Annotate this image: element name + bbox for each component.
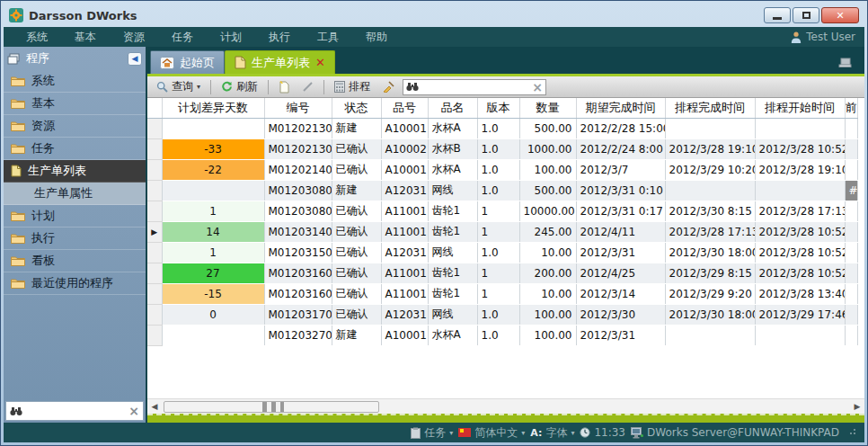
maximize-button[interactable] [793,7,819,23]
table-row[interactable]: 1M012031501已确认A12031网线1.010.002012/3/312… [147,242,857,263]
cell-qty[interactable]: 500.00 [519,118,576,138]
cell-item[interactable]: A12031 [381,242,428,263]
cell-due[interactable]: 2012/3/7 [576,159,665,180]
row-indicator[interactable] [147,118,162,138]
refresh-button[interactable]: 刷新 [217,77,261,96]
sidebar-search-clear-icon[interactable]: × [128,404,139,418]
sidebar-item-1[interactable]: 基本 [4,93,146,115]
cell-end[interactable]: 2012/3/28 17:13 [665,221,755,242]
scrollbar-track[interactable] [162,400,850,414]
cell-ver[interactable]: 1.0 [477,138,519,159]
cell-diff[interactable] [162,180,264,201]
cell-extra[interactable] [845,201,857,221]
cell-due[interactable]: 2012/4/25 [576,263,665,283]
cell-diff[interactable] [162,325,264,345]
row-indicator[interactable] [147,159,162,180]
cell-ver[interactable]: 1.0 [477,118,519,138]
schedule-button[interactable]: 排程 [331,77,374,96]
col-header-6[interactable]: 数量 [519,98,576,118]
menu-item-5[interactable]: 执行 [255,28,304,47]
cell-extra[interactable] [845,325,857,345]
cell-ver[interactable]: 1.0 [477,159,519,180]
table-row[interactable]: 27M012031601已确认A11001齿轮11200.002012/4/25… [147,263,857,283]
cell-qty[interactable]: 100.00 [519,159,576,180]
cell-diff[interactable]: 1 [162,201,264,221]
table-row[interactable]: 0M012031701已确认A12031网线1.0100.002012/3/30… [147,304,857,325]
table-row[interactable]: M012032701新建A10001水杯A1.0100.002012/3/31 [147,325,857,345]
task-menu[interactable]: 任务 ▾ [411,425,453,441]
cell-due[interactable]: 2012/3/31 0:17 [576,201,665,221]
col-header-2[interactable]: 状态 [332,98,381,118]
cell-qty[interactable]: 100.00 [519,325,576,345]
cell-name[interactable]: 水杯A [428,159,477,180]
font-dropdown-icon[interactable]: ▾ [571,429,574,437]
cell-status[interactable]: 新建 [332,325,381,345]
cell-start[interactable]: 2012/3/28 10:52 [755,221,845,242]
cell-code[interactable]: M012031602 [264,283,332,304]
cell-extra[interactable] [845,283,857,304]
tab-home[interactable]: 起始页 [150,50,225,74]
cell-due[interactable]: 2012/3/14 [576,283,665,304]
cell-diff[interactable]: 14 [162,221,264,242]
cell-extra[interactable] [845,221,857,242]
cell-extra[interactable] [845,242,857,263]
tab-production-order-list[interactable]: 生产单列表 ✕ [225,50,335,74]
sidebar-item-6[interactable]: 计划 [4,205,146,227]
cell-ver[interactable]: 1 [477,283,519,304]
cell-status[interactable]: 已确认 [332,201,381,221]
col-header-1[interactable]: 编号 [264,98,332,118]
cell-start[interactable]: 2012/3/28 10:52 [755,263,845,283]
sidebar-collapse-button[interactable]: ◀ [128,52,142,66]
cell-ver[interactable]: 1.0 [477,325,519,345]
cell-status[interactable]: 新建 [332,180,381,201]
cell-status[interactable]: 新建 [332,118,381,138]
cell-end[interactable] [665,325,755,345]
cell-qty[interactable]: 10.00 [519,242,576,263]
cell-due[interactable]: 2012/2/24 8:00 [576,138,665,159]
table-row[interactable]: -33M012021302已确认A10002水杯B1.01000.002012/… [147,138,857,159]
row-indicator[interactable] [147,201,162,221]
sidebar-item-9[interactable]: 最近使用的程序 [4,272,146,295]
cell-qty[interactable]: 500.00 [519,180,576,201]
row-indicator[interactable] [147,325,162,345]
sidebar-search-input[interactable] [22,405,128,417]
cell-end[interactable]: 2012/3/29 10:20 [665,159,755,180]
cell-start[interactable]: 2012/3/29 17:46 [755,304,845,325]
table-row[interactable]: ▶14M012031402已确认A11001齿轮11245.002012/4/1… [147,221,857,242]
sidebar-item-0[interactable]: 系统 [4,70,146,93]
menu-item-7[interactable]: 帮助 [352,28,401,47]
cell-qty[interactable]: 100.00 [519,304,576,325]
sidebar-item-3[interactable]: 任务 [4,138,146,160]
font-menu[interactable]: A: 字体 ▾ [530,425,574,441]
table-row[interactable]: M012030801新建A12031网线1.0500.002012/3/31 0… [147,180,857,201]
tab-close-icon[interactable]: ✕ [315,56,325,69]
cell-end[interactable]: 2012/3/30 18:00 [665,304,755,325]
cell-extra[interactable] [845,263,857,283]
cell-due[interactable]: 2012/2/28 15:00 [576,118,665,138]
cell-qty[interactable]: 10.00 [519,283,576,304]
current-row-indicator[interactable]: ▶ [147,221,162,242]
toolbar-search-input[interactable] [421,81,529,94]
cell-ver[interactable]: 1 [477,221,519,242]
row-indicator[interactable] [147,304,162,325]
cell-code[interactable]: M012030802 [264,201,332,221]
cell-code[interactable]: M012030801 [264,180,332,201]
cell-due[interactable]: 2012/3/31 [576,242,665,263]
table-row[interactable]: 1M012030802已确认A11001齿轮1110000.002012/3/3… [147,201,857,221]
cell-code[interactable]: M012031601 [264,263,332,283]
tab-list-icon[interactable] [837,58,852,68]
cell-start[interactable] [755,118,845,138]
cell-diff[interactable]: 0 [162,304,264,325]
menu-item-6[interactable]: 工具 [304,28,352,47]
cell-item[interactable]: A10001 [381,118,428,138]
cell-qty[interactable]: 10000.00 [519,201,576,221]
cell-extra[interactable] [845,138,857,159]
cell-diff[interactable]: 27 [162,263,264,283]
cell-item[interactable]: A11001 [381,263,428,283]
cell-extra[interactable] [845,159,857,180]
cell-item[interactable]: A11001 [381,201,428,221]
scroll-right-icon[interactable]: ▶ [850,402,864,411]
col-header-10[interactable]: 前 [845,98,857,118]
cell-qty[interactable]: 245.00 [519,221,576,242]
cell-code[interactable]: M012021302 [264,138,332,159]
